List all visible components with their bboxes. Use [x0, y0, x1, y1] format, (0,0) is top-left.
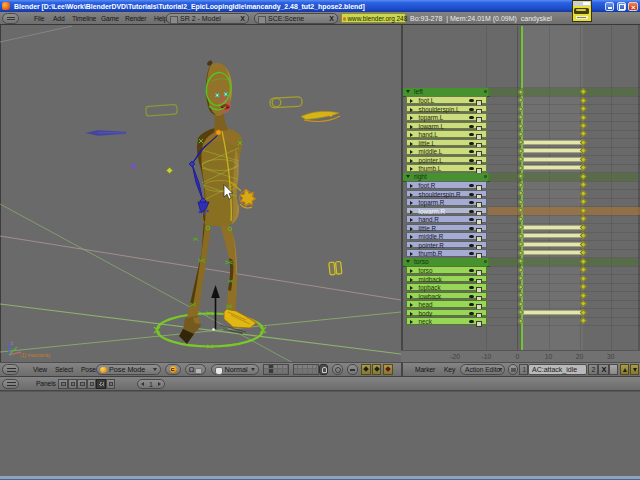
svg-text:(1) mancandy: (1) mancandy	[20, 352, 51, 358]
svg-text:z: z	[11, 340, 14, 346]
